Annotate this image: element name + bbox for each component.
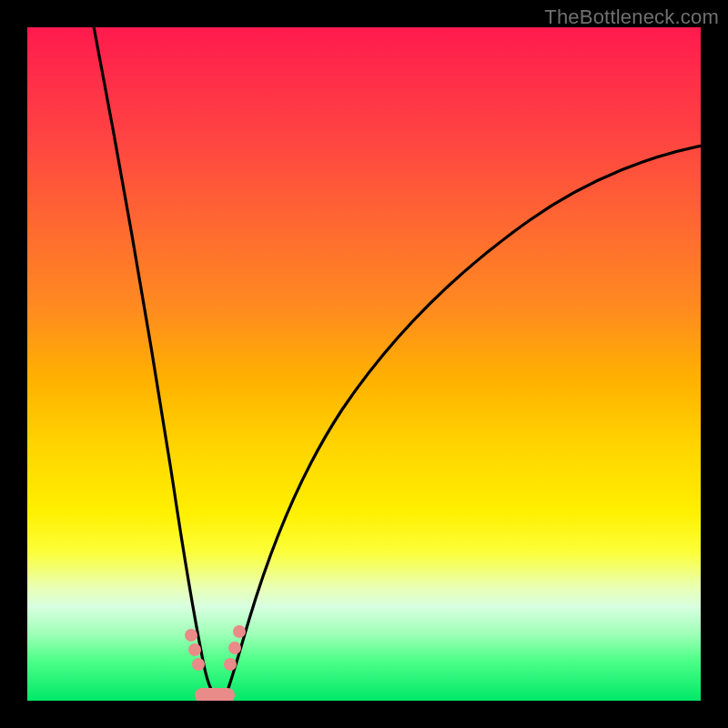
plot-area: [27, 27, 701, 701]
curve-left-branch: [93, 27, 218, 701]
watermark-text: TheBottleneck.com: [544, 5, 719, 29]
marker-blob: [195, 688, 235, 701]
bottleneck-curve: [27, 27, 701, 701]
marker-dot: [228, 642, 241, 654]
curve-right-branch: [224, 146, 701, 701]
marker-dot: [185, 629, 197, 642]
marker-dot: [192, 658, 205, 671]
marker-dot: [233, 625, 246, 638]
marker-dot: [224, 658, 237, 671]
chart-frame: TheBottleneck.com: [0, 0, 728, 728]
marker-dot: [188, 643, 201, 656]
